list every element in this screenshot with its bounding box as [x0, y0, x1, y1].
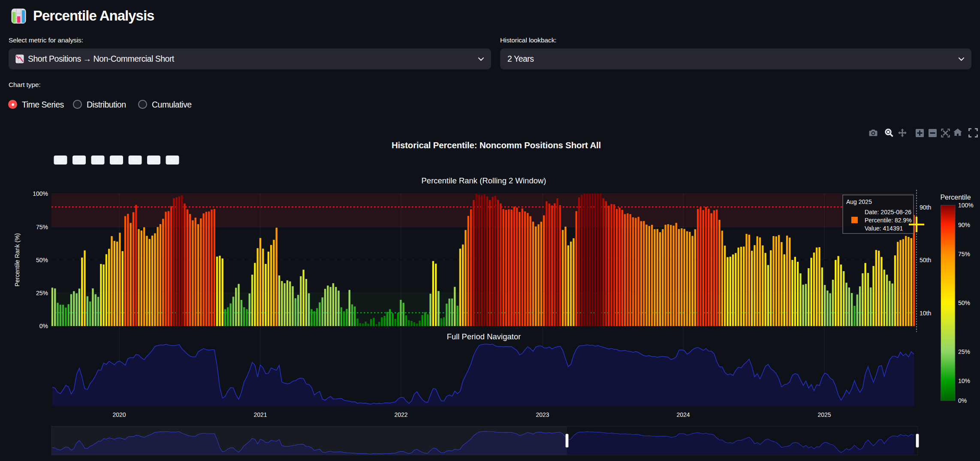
svg-text:75%: 75% — [958, 251, 970, 257]
svg-text:90%: 90% — [958, 222, 970, 228]
svg-text:75%: 75% — [36, 224, 48, 230]
svg-text:2023: 2023 — [536, 411, 549, 418]
svg-text:Historical Percentile: Noncomm: Historical Percentile: Noncomm Positions… — [392, 140, 601, 150]
svg-text:YTD: YTD — [75, 158, 84, 163]
svg-text:Date: 2025-08-26: Date: 2025-08-26 — [865, 209, 911, 216]
svg-text:5Y: 5Y — [132, 158, 138, 163]
svg-text:0%: 0% — [958, 397, 967, 404]
svg-text:Value: 414391: Value: 414391 — [865, 225, 903, 232]
svg-text:2024: 2024 — [676, 411, 690, 418]
svg-text:50%: 50% — [36, 257, 48, 263]
svg-text:100%: 100% — [33, 190, 48, 197]
svg-text:90th: 90th — [920, 204, 931, 211]
svg-text:6M: 6M — [57, 158, 63, 163]
svg-text:0%: 0% — [39, 323, 48, 329]
svg-text:50th: 50th — [920, 257, 931, 263]
svg-text:2022: 2022 — [394, 411, 407, 418]
svg-text:10Y: 10Y — [150, 158, 158, 163]
svg-text:Percentile Rank (Rolling 2 Win: Percentile Rank (Rolling 2 Window) — [422, 176, 546, 185]
svg-text:2Y: 2Y — [114, 158, 120, 163]
svg-text:10%: 10% — [958, 377, 970, 384]
svg-text:2020: 2020 — [112, 411, 126, 418]
svg-text:Full Period Navigator: Full Period Navigator — [447, 332, 521, 341]
svg-text:All: All — [170, 158, 175, 163]
svg-text:2025: 2025 — [817, 411, 831, 418]
svg-text:25%: 25% — [36, 290, 48, 296]
svg-text:100%: 100% — [958, 202, 974, 209]
svg-text:1Y: 1Y — [95, 158, 101, 163]
svg-text:2021: 2021 — [253, 411, 267, 418]
svg-text:Percentile: 82.9%: Percentile: 82.9% — [865, 217, 912, 224]
svg-text:Aug 2025: Aug 2025 — [846, 198, 872, 205]
svg-text:10th: 10th — [920, 310, 931, 317]
svg-text:25%: 25% — [958, 348, 970, 355]
svg-text:Percentile: Percentile — [940, 194, 971, 201]
svg-text:50%: 50% — [958, 299, 970, 306]
svg-text:Percentile Rank (%): Percentile Rank (%) — [14, 233, 21, 287]
